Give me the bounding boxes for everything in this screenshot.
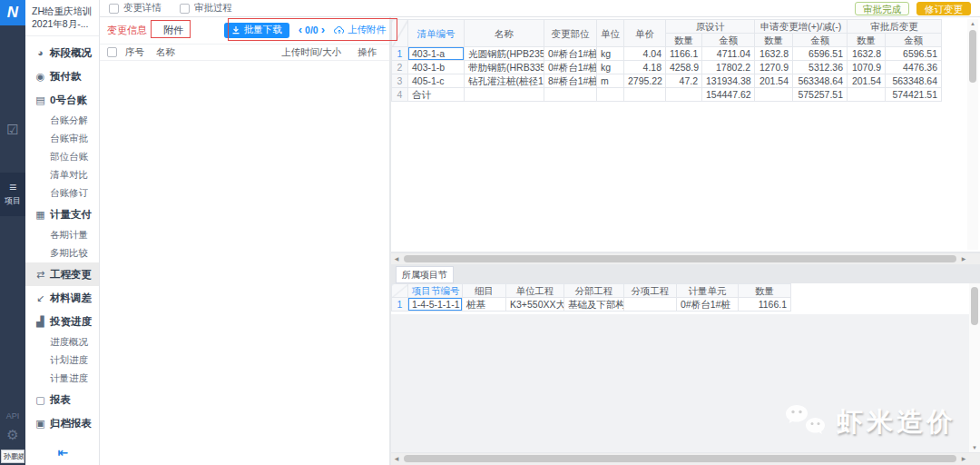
upload-attachment-button[interactable]: 上传附件 xyxy=(334,24,386,36)
api-label[interactable]: API xyxy=(6,411,20,420)
collapse-sidebar-icon[interactable]: ⇤ xyxy=(25,445,100,460)
cell-unit-project[interactable]: K3+550XX大桥 xyxy=(506,298,564,312)
approval-done-button[interactable]: 审批完成 xyxy=(855,2,909,15)
cell-original-amount[interactable]: 17802.2 xyxy=(702,61,755,74)
cell-approved-qty[interactable]: 201.54 xyxy=(848,74,886,88)
select-all-checkbox[interactable] xyxy=(107,47,117,57)
scrollbar-thumb[interactable] xyxy=(969,30,976,83)
cell-unit[interactable]: kg xyxy=(597,47,624,61)
col-header-qty[interactable]: 数量 xyxy=(848,34,886,47)
sidebar-item-location-ledger[interactable]: 部位台账 xyxy=(25,148,99,166)
cell-part[interactable]: 8#桥台1#桩 xyxy=(544,74,597,88)
col-header-amount[interactable]: 金额 xyxy=(793,34,848,47)
col-header-amount[interactable]: 金额 xyxy=(886,34,942,47)
scroll-up-icon[interactable]: ▲ xyxy=(967,19,978,28)
vertical-scrollbar[interactable]: ▲ xyxy=(967,19,978,250)
settings-gear-icon[interactable]: ⚙ xyxy=(6,429,18,441)
rail-item-project[interactable]: ≡ 项目 xyxy=(0,173,25,216)
col-header-part[interactable]: 变更部位 xyxy=(544,20,597,47)
cell-approved-amount[interactable]: 6596.51 xyxy=(886,47,942,61)
cell-price[interactable]: 4.04 xyxy=(624,47,666,61)
sidebar-item-progress-overview[interactable]: 进度概况 xyxy=(25,333,99,351)
scroll-left-icon[interactable]: ◀ xyxy=(391,253,402,264)
cell-part[interactable] xyxy=(544,88,597,102)
tab-change-info[interactable]: 变更信息 xyxy=(107,24,147,37)
cell-original-qty[interactable]: 4258.9 xyxy=(666,61,702,74)
cell-apply-qty[interactable] xyxy=(755,88,793,102)
cell-node-no[interactable]: 1-4-5-1-1-1 xyxy=(408,298,463,312)
col-header-name[interactable]: 名称 xyxy=(465,20,544,47)
approval-process-checkbox[interactable]: 审批过程 xyxy=(180,2,232,15)
cell-apply-amount[interactable]: 6596.51 xyxy=(793,47,848,61)
cell-original-qty[interactable]: 47.2 xyxy=(666,74,702,88)
cell-price[interactable]: 4.18 xyxy=(624,61,666,74)
col-header-unit-project[interactable]: 单位工程 xyxy=(506,284,564,298)
pager-prev-icon[interactable]: ‹ xyxy=(299,25,302,35)
project-title[interactable]: ZH给重庆培训 2021年8月-... xyxy=(25,0,99,36)
cell-name[interactable] xyxy=(465,88,544,102)
cell-list-no[interactable]: 405-1-c xyxy=(408,74,465,88)
cell-approved-amount[interactable]: 4476.36 xyxy=(886,61,942,74)
horizontal-scrollbar[interactable]: ◀ ▶ xyxy=(391,453,980,465)
change-detail-checkbox[interactable]: 变更详情 xyxy=(109,2,162,15)
row-number[interactable]: 3 xyxy=(392,74,408,88)
sidebar-item-investment-progress[interactable]: ▟投资进度 xyxy=(25,310,99,333)
col-header-node-no[interactable]: 项目节编号 xyxy=(408,284,463,298)
cell-list-no[interactable]: 403-1-b xyxy=(408,61,465,74)
cell-apply-qty[interactable]: 1270.9 xyxy=(755,61,793,74)
cell-apply-amount[interactable]: 5312.36 xyxy=(793,61,848,74)
col-header-price[interactable]: 单价 xyxy=(624,20,666,47)
cell-subitem-project[interactable] xyxy=(624,298,677,312)
sidebar-item-material-adjust[interactable]: ↙材料调差 xyxy=(25,286,99,310)
cell-name[interactable]: 带肋钢筋(HRB335、H xyxy=(465,61,544,74)
cell-original-qty[interactable]: 1166.1 xyxy=(666,47,702,61)
checkbox-box[interactable] xyxy=(109,4,119,14)
sidebar-item-archive-report[interactable]: ▣归档报表 xyxy=(25,411,99,435)
col-header-amount[interactable]: 金额 xyxy=(702,34,755,47)
scrollbar-thumb[interactable] xyxy=(404,255,956,262)
cell-name[interactable]: 光圆钢筋(HPB235、H xyxy=(465,47,544,61)
tab-attachment[interactable]: 附件 xyxy=(163,24,183,37)
sidebar-item-ledger-revision[interactable]: 台账修订 xyxy=(25,184,99,203)
cell-unit[interactable] xyxy=(597,88,624,102)
cell-name[interactable]: 钻孔灌注桩(桩径1.6m xyxy=(465,74,544,88)
cell-approved-qty[interactable]: 1070.9 xyxy=(848,61,886,74)
checkbox-box[interactable] xyxy=(180,4,190,14)
cell-original-amount[interactable]: 154447.62 xyxy=(702,88,755,102)
row-number[interactable]: 1 xyxy=(392,47,408,61)
sidebar-item-ledger-approval[interactable]: 台账审批 xyxy=(25,130,99,148)
cell-division-project[interactable]: 基础及下部构造 xyxy=(564,298,624,312)
sidebar-item-prepayment[interactable]: ◉预付款 xyxy=(25,64,99,88)
row-number[interactable]: 4 xyxy=(392,88,408,102)
col-header-measure-unit[interactable]: 计量单元 xyxy=(677,284,739,298)
cell-approved-qty[interactable]: 1632.8 xyxy=(848,47,886,61)
sidebar-item-period-measure[interactable]: 各期计量 xyxy=(25,226,99,244)
col-header-qty[interactable]: 数量 xyxy=(666,34,702,47)
sidebar-item-measure-progress[interactable]: 计量进度 xyxy=(25,370,99,388)
cell-approved-amount[interactable]: 574421.51 xyxy=(886,88,942,102)
cell-total-label[interactable]: 合计 xyxy=(408,88,465,102)
cell-qty[interactable]: 1166.1 xyxy=(739,298,791,312)
cell-approved-qty[interactable] xyxy=(848,88,886,102)
sidebar-item-measure-payment[interactable]: ▦计量支付 xyxy=(25,203,99,226)
horizontal-scrollbar[interactable]: ◀ ▶ xyxy=(391,253,980,264)
tab-project-node[interactable]: 所属项目节 xyxy=(396,266,454,283)
cell-list-no[interactable]: 403-1-a xyxy=(408,47,465,61)
cell-apply-qty[interactable]: 1632.8 xyxy=(755,47,793,61)
tasks-check-icon[interactable]: ☑ xyxy=(6,122,18,138)
scrollbar-thumb[interactable] xyxy=(971,287,978,325)
sidebar-item-plan-progress[interactable]: 计划进度 xyxy=(25,351,99,370)
cell-approved-amount[interactable]: 563348.64 xyxy=(886,74,942,88)
cell-measure-unit[interactable]: 0#桥台1#桩 xyxy=(677,298,739,312)
batch-download-button[interactable]: 批量下载 xyxy=(224,23,289,38)
scrollbar-thumb[interactable] xyxy=(404,455,956,462)
cell-unit[interactable]: m xyxy=(597,74,624,88)
col-header-division-project[interactable]: 分部工程 xyxy=(564,284,624,298)
sidebar-item-bid-overview[interactable]: ◕标段概况 xyxy=(25,41,99,64)
cell-original-amount[interactable]: 131934.38 xyxy=(702,74,755,88)
col-header-unit[interactable]: 单位 xyxy=(597,20,624,47)
sidebar-item-ledger-breakdown[interactable]: 台账分解 xyxy=(25,112,99,130)
sidebar-item-multi-period-compare[interactable]: 多期比较 xyxy=(25,244,99,262)
sidebar-item-list-compare[interactable]: 清单对比 xyxy=(25,166,99,184)
scroll-right-icon[interactable]: ▶ xyxy=(958,453,969,464)
